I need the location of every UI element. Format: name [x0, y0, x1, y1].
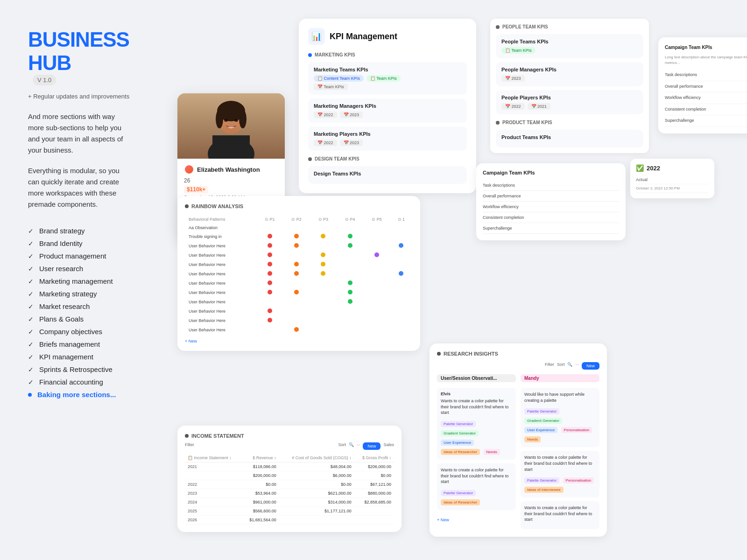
research-sort[interactable]: Sort: [557, 362, 565, 370]
kpi-sub-cards: Marketing Teams KPIs 📋 Content Team KPIs…: [308, 62, 467, 151]
profile-age: 26: [184, 177, 278, 184]
rainbow-col-p2: ⊙ P2: [283, 216, 309, 223]
rainbow-dot: [348, 280, 352, 285]
rainbow-dot-cell: [364, 316, 389, 325]
year-card-item: October 2, 2022 12:50 PM: [636, 184, 709, 193]
subtitle: + Regular updates and improvements: [28, 93, 131, 100]
rainbow-row-label: User Behavior Here: [186, 279, 256, 287]
kpi-design-title: DESIGN TEAM KPIs: [308, 156, 467, 161]
income-row: 2025$566,600.00$1,177,121.00: [185, 507, 394, 516]
rainbow-dot-cell: [364, 307, 389, 315]
add-new-button[interactable]: + New: [185, 339, 413, 343]
research-tag: Palette Generator: [524, 477, 559, 483]
year-tag: 📅 2022: [314, 112, 337, 118]
rainbow-dot-cell: [364, 288, 389, 297]
rainbow-dot: [268, 271, 272, 276]
research-tag: Gradient Generator: [524, 418, 562, 424]
rainbow-dot-cell: [257, 288, 282, 297]
rainbow-col-1: ⊙ 1: [391, 216, 412, 223]
year-tag: 📅 2022: [314, 140, 337, 146]
rainbow-col-p3: ⊙ P3: [310, 216, 336, 223]
svg-point-8: [234, 119, 238, 122]
income-cell-revenue: $961,000.00: [242, 498, 279, 507]
income-cell-gross: $0.00: [354, 471, 394, 480]
rainbow-row-label: User Behavior Here: [186, 270, 256, 278]
rainbow-title: RAINBOW ANALYSIS: [185, 203, 413, 209]
rainbow-dot-cell: [337, 316, 363, 325]
rainbow-dot: [268, 262, 272, 266]
income-cols[interactable]: Sales: [383, 442, 394, 450]
campaign-card: Campaign Team KPIs Task descriptions Ove…: [476, 163, 626, 240]
income-cell-revenue: $0.00: [242, 480, 279, 489]
check-icon: ✓: [28, 366, 34, 373]
kpi-tags: 📋 Team KPIs: [501, 47, 638, 54]
campaign-item: Workflow efficiency: [483, 202, 619, 212]
rainbow-dot-cell: [283, 279, 309, 287]
income-col-cogs: # Cost of Goods Sold (COGS) ↕: [279, 454, 354, 462]
research-col-2-title: Mandy: [521, 374, 599, 382]
rainbow-dot-cell: [391, 326, 412, 334]
item-label: Baking more sections...: [37, 391, 116, 399]
research-card: RESEARCH INSIGHTS Filter Sort 🔍 ··· New …: [430, 343, 607, 537]
rainbow-dot-cell: [391, 270, 412, 278]
research-filter[interactable]: Filter: [545, 362, 554, 370]
rainbow-dot-cell: [337, 288, 363, 297]
rainbow-dot-cell: [310, 326, 336, 334]
income-search[interactable]: 🔍: [349, 442, 354, 450]
kpi-tag: 📋 Team KPIs: [501, 47, 536, 54]
rainbow-dot: [268, 290, 272, 294]
income-more[interactable]: ···: [357, 442, 360, 450]
profile-name: Elizabeth Washington: [197, 166, 260, 173]
rainbow-dot-cell: [364, 242, 389, 250]
income-sort[interactable]: Sort: [338, 442, 346, 450]
rainbow-dot-cell: [283, 298, 309, 306]
rainbow-dot-cell: [310, 288, 336, 297]
year-tag: 📅 2021: [528, 103, 551, 110]
kpi-marketing-title: MARKETING KPIs: [308, 52, 467, 57]
rainbow-dot: [294, 243, 299, 248]
rainbow-dot-cell: [364, 298, 389, 306]
kpi-sub-title: Design Teams KPIs: [314, 171, 461, 176]
rainbow-dot-cell: [283, 288, 309, 297]
research-add-new-button[interactable]: + New: [437, 518, 516, 522]
rainbow-dot: [348, 299, 352, 304]
app-title: BUSINESS HUB: [28, 28, 131, 75]
research-item-text: Would like to have support while creatin…: [524, 392, 596, 403]
income-filter[interactable]: Filter: [185, 442, 194, 450]
research-tag: Palette Generator: [441, 421, 476, 427]
research-item-text: Wants to create a color palette for thei…: [524, 505, 596, 523]
rainbow-dot-cell: [310, 251, 336, 259]
rainbow-dot-cell: [391, 316, 412, 325]
check-icon: ✓: [28, 328, 34, 336]
research-controls: Filter Sort 🔍 ··· New: [437, 362, 599, 370]
dot-marker: [496, 25, 500, 29]
kpi-tag: 📋 Content Team KPIs: [314, 75, 364, 82]
research-title: RESEARCH INSIGHTS: [437, 351, 599, 357]
rainbow-dot: [268, 318, 272, 322]
rainbow-row-label: User Behavior Here: [186, 307, 256, 315]
research-more[interactable]: ···: [575, 362, 579, 370]
research-item: Wants to create a color palette for thei…: [437, 463, 516, 510]
rainbow-dot-cell: [337, 298, 363, 306]
income-cell-gross: [354, 516, 394, 525]
dot-marker: [185, 434, 189, 438]
research-tag: Ideas of Researcher: [441, 449, 480, 455]
kpi-sub-card: People Managers KPIs 📅 2023: [496, 62, 643, 86]
research-search[interactable]: 🔍: [567, 362, 572, 370]
research-item-text: Wants to create a color palette for thei…: [441, 398, 512, 416]
income-row: 2024$961,000.00$314,000.00$2,858,685.00: [185, 498, 394, 507]
kpi-tags: 📋 Content Team KPIs 📋 Team KPIs: [314, 75, 461, 82]
kpi-sub-title: People Teams KPIs: [501, 39, 638, 44]
income-new-button[interactable]: New: [363, 442, 381, 450]
check-icon: ✓: [28, 290, 34, 298]
item-label: Financial accounting: [39, 378, 103, 386]
research-new-button[interactable]: New: [582, 362, 599, 370]
campaign-item: Task descriptions: [483, 180, 619, 191]
campaign-item: Superchallenge: [483, 223, 619, 234]
list-item-highlight[interactable]: Baking more sections...: [28, 391, 131, 399]
rainbow-dot-cell: [391, 251, 412, 259]
research-tag: Needs: [524, 436, 541, 442]
rainbow-dot-cell: [310, 260, 336, 269]
far-right-item: Consistent completion: [665, 104, 747, 116]
year-card: ✅ 2022 Actual October 2, 2022 12:50 PM: [630, 159, 714, 198]
